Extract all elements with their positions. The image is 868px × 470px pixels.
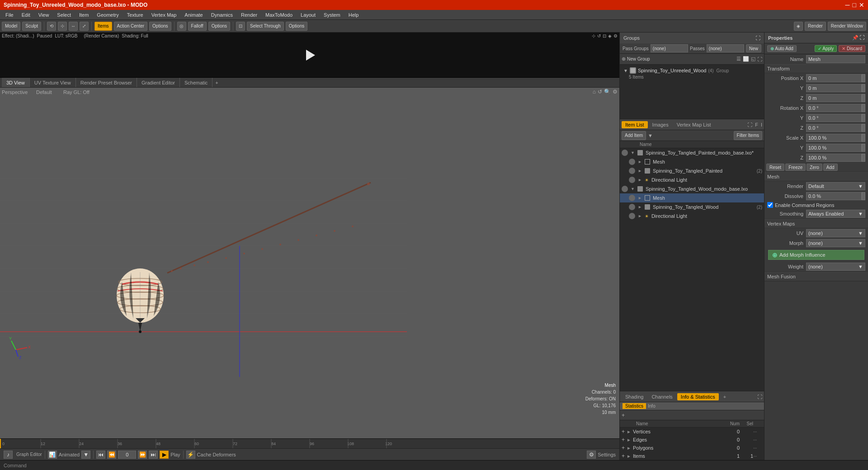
render-btn[interactable]: Render [805,22,826,31]
info-stats-tab[interactable]: Info & Statistics [677,393,719,400]
minimize-btn[interactable]: ─ [845,1,850,9]
play-button[interactable] [301,46,319,64]
scale-x-drag[interactable] [862,134,865,142]
menu-view[interactable]: View [35,11,53,19]
vtab-render-preset-browser[interactable]: Render Preset Browser [76,78,137,87]
options-btn[interactable]: Options [149,22,171,31]
frame-input[interactable] [118,451,136,459]
add-morph-btn[interactable]: ⊕ Add Morph Influence [768,250,864,260]
animated-dropdown[interactable]: ▼ [81,451,90,459]
item-section-icon[interactable]: ⛶ [747,122,752,127]
vtab-gradient-editor[interactable]: Gradient Editor [137,78,180,87]
audio-btn[interactable]: ♪ [4,451,13,459]
timeline-ruler[interactable]: 0 12 24 36 48 60 72 84 [0,439,619,448]
sculpt-btn[interactable]: Sculpt [22,22,41,31]
dissolve-field[interactable] [806,192,862,200]
vertex-map-tab[interactable]: Vertex Map List [673,121,715,128]
maximize-btn[interactable]: □ [853,1,856,9]
menu-render[interactable]: Render [237,11,261,19]
prev-btn[interactable]: ⏪ [107,451,116,459]
groups-icon3[interactable]: ◱ [751,56,755,62]
name-input[interactable] [808,56,863,62]
menu-geometry[interactable]: Geometry [93,11,122,19]
vp-icon-zoom-in[interactable]: 🔍 [604,89,611,95]
discard-btn[interactable]: ✕ Discard [839,45,865,52]
stats-add-btn[interactable]: + [622,412,625,418]
vtab-uv-texture-view[interactable]: UV Texture View [30,78,76,87]
preview-icon-4[interactable]: ◈ [608,33,612,38]
item-list-tab[interactable]: Item List [622,121,648,128]
scale-x-input[interactable] [808,135,859,141]
scale-z-drag[interactable] [862,154,865,162]
groups-icon2[interactable]: ⬜ [743,56,749,62]
select-through-icon[interactable]: ⊡ [236,22,245,31]
preview-icon-2[interactable]: ↺ [597,33,601,38]
rotation-z-drag[interactable] [862,124,865,132]
stats-polygons-more[interactable]: ··· [753,446,762,451]
menu-vertex map[interactable]: Vertex Map [148,11,180,19]
model-btn[interactable]: Model [2,22,20,31]
reset-btn[interactable]: Reset [766,164,784,171]
select-through-btn[interactable]: Select Through [247,22,284,31]
cache-deformers-icon[interactable]: ⚡ [186,451,195,459]
freeze-btn[interactable]: Freeze [785,164,806,171]
menu-system[interactable]: System [320,11,344,19]
action-center-btn[interactable]: Action Center [114,22,148,31]
vertex-maps-header[interactable]: Vertex Maps [764,219,868,228]
item-row-mesh1[interactable]: ► Mesh [620,157,764,166]
properties-expand-icon[interactable]: ⛶ [859,35,864,41]
falloff-btn[interactable]: Falloff [188,22,207,31]
new-btn[interactable]: New [746,44,761,52]
menu-maxtomodo[interactable]: MaxToModo [262,11,296,19]
rotation-z-field[interactable] [806,124,862,132]
stats-polygons-add[interactable]: + [622,445,625,451]
rotation-y-drag[interactable] [862,114,865,122]
new-group-btn[interactable]: ⊕ New Group [622,56,650,62]
menu-layout[interactable]: Layout [297,11,319,19]
position-z-input[interactable] [808,95,859,101]
item-row-group1[interactable]: ► Spinning_Toy_Tangled_Painted (2) [620,166,764,175]
close-btn[interactable]: ✕ [859,1,864,9]
auto-add-btn[interactable]: ⊕ Auto Add [767,45,797,52]
vp-icon-settings[interactable]: ⚙ [613,89,618,95]
next-btn[interactable]: ⏩ [138,451,147,459]
menu-item[interactable]: Item [75,11,92,19]
dissolve-input[interactable] [808,193,859,199]
zero-btn[interactable]: Zero [807,164,822,171]
items-btn[interactable]: Items [94,22,112,31]
scale-y-input[interactable] [808,145,859,150]
apply-btn[interactable]: ✓ Apply [815,45,837,52]
menu-animate[interactable]: Animate [181,11,206,19]
add-transform-btn[interactable]: Add [823,164,838,171]
add-item-btn[interactable]: Add Item [622,131,646,140]
name-field[interactable] [806,55,865,63]
menu-select[interactable]: Select [53,11,75,19]
item-section-f[interactable]: F [755,122,758,127]
vp-icon-zoom-fit[interactable]: ↺ [598,89,602,95]
vtab-add[interactable]: + [212,79,221,86]
position-y-drag[interactable] [862,84,865,92]
groups-expand-icon[interactable]: ⛶ [755,35,760,41]
item-row-light1[interactable]: ► ☀ Directional Light [620,175,764,184]
item-section-i[interactable]: I [761,122,762,127]
mesh-fusion-header[interactable]: Mesh Fusion [764,272,868,281]
select-opts-btn[interactable]: Options [286,22,307,31]
morph-dropdown[interactable]: (none) ▼ [806,239,865,247]
transform-header[interactable]: Transform [764,64,868,73]
group-item[interactable]: ▼ Spinning_Toy_Unreeled_Wood (4) Group [622,66,762,75]
scale-z-field[interactable] [806,154,862,162]
uv-dropdown[interactable]: (none) ▼ [806,229,865,237]
position-y-field[interactable] [806,84,862,92]
stats-add-tab[interactable]: + [720,393,730,400]
stats-vertices-more[interactable]: ··· [753,429,762,434]
menu-edit[interactable]: Edit [18,11,34,19]
filter-items-btn[interactable]: Filter Items [734,131,762,140]
menu-help[interactable]: Help [345,11,363,19]
window-controls[interactable]: ─ □ ✕ [845,1,864,9]
falloff-icon[interactable]: ◎ [177,22,186,31]
prev-first-btn[interactable]: ⏮ [96,451,105,459]
rotation-x-field[interactable] [806,104,862,112]
scale-y-field[interactable] [806,144,862,152]
render-icon[interactable]: ◈ [794,22,803,31]
stats-edges-more[interactable]: ··· [753,437,762,442]
